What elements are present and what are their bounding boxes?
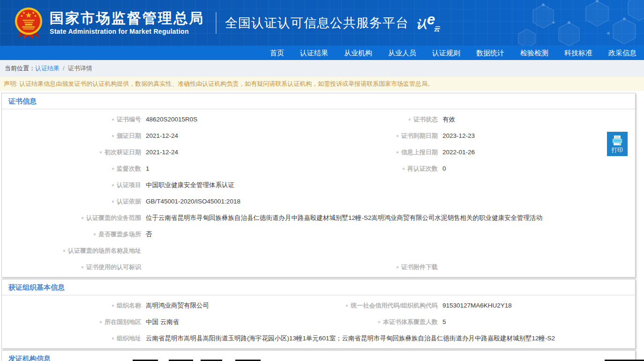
bullet-icon <box>100 151 102 153</box>
field-label-cell: 认证依据 <box>2 197 146 206</box>
status-badge: 有效 <box>442 115 635 124</box>
field-label: 是否覆盖多场所 <box>98 230 141 239</box>
bullet-icon <box>112 305 114 307</box>
printer-icon <box>611 135 623 146</box>
field-label: 再认证次数 <box>407 165 438 173</box>
field-label: 证书编号 <box>117 115 141 124</box>
section-cert-info: 证书信息 证书编号 48620S20015R0S 证书状态 有效 颁证日期 20… <box>1 93 636 278</box>
field-label: 认证项目 <box>117 181 141 189</box>
field-label-cell: 统一社会信用代码/组织机构代码 <box>302 301 442 310</box>
breadcrumb-link-cert-results[interactable]: 认证结果 <box>35 65 60 72</box>
field-row: 监督次数 1 再认证次数 0 <box>2 160 635 177</box>
banner-divider <box>216 12 217 34</box>
bullet-icon <box>63 250 65 252</box>
field-label-cell: 组织名称 <box>2 301 146 310</box>
field-value: 2022-01-26 <box>442 149 635 156</box>
bullet-icon <box>397 266 398 268</box>
field-label: 认证覆盖的业务范围 <box>86 214 141 222</box>
field-value: 嵩明鸿业商贸有限公司 <box>146 301 302 310</box>
field-label-cell: 本证书体系覆盖人数 <box>302 318 442 326</box>
bullet-icon <box>397 135 398 137</box>
bullet-icon <box>100 321 102 323</box>
field-label-cell: 初次获证日期 <box>2 148 146 157</box>
nav-item-home[interactable]: 首页 <box>270 49 284 58</box>
bullet-icon <box>378 321 380 323</box>
field-value: 5 <box>442 318 635 325</box>
platform-title: 全国认证认可信息公共服务平台 <box>225 15 409 31</box>
china-national-emblem <box>14 7 43 39</box>
field-label-cell: 所在国别地区 <box>2 318 146 326</box>
field-row: 认证覆盖的业务范围 位于云南省昆明市寻甸回族彝族自治县仁德街道办月中路嘉殴建材城… <box>2 210 635 226</box>
field-label-cell: 信息上报日期 <box>302 148 442 157</box>
field-value: 中国职业健康安全管理体系认证 <box>146 181 635 189</box>
field-label-cell: 认证覆盖的场所名称及地址 <box>2 247 146 255</box>
nav-item-procurement[interactable]: 政采信息 <box>608 49 637 58</box>
field-label-cell: 组织地址 <box>2 334 146 343</box>
bullet-icon <box>409 119 411 120</box>
field-row: 初次获证日期 2021-12-24 信息上报日期 2022-01-26 <box>2 144 635 160</box>
breadcrumb-current: 证书详情 <box>68 65 92 72</box>
field-label: 证书状态 <box>413 115 438 124</box>
section-title-cert-info: 证书信息 <box>8 97 629 106</box>
field-value: 91530127MA6KHU2Y18 <box>442 302 635 309</box>
bullet-icon <box>112 119 114 120</box>
field-row: 所在国别地区 中国 云南省 本证书体系覆盖人数 5 <box>2 314 635 330</box>
field-value: 0 <box>442 165 635 172</box>
field-label-cell: 监督次数 <box>2 165 146 173</box>
field-row: 组织名称 嵩明鸿业商贸有限公司 统一社会信用代码/组织机构代码 91530127… <box>2 297 635 314</box>
field-label-cell: 证书附件下载 <box>302 263 442 271</box>
breadcrumb-prefix: 当前位置： <box>5 65 35 72</box>
section-org-info: 获证组织基本信息 组织名称 嵩明鸿业商贸有限公司 统一社会信用代码/组织机构代码… <box>1 279 636 349</box>
nav-item-cert-results[interactable]: 认证结果 <box>300 49 328 58</box>
field-label: 证书使用的认可标识 <box>86 263 141 271</box>
bullet-icon <box>112 135 114 137</box>
field-row: 证书使用的认可标识 证书附件下载 <box>2 259 635 275</box>
field-label: 组织地址 <box>117 334 141 343</box>
field-label-cell: 认证项目 <box>2 181 146 189</box>
field-label-cell: 颁证日期 <box>2 132 146 140</box>
cert-fields: 证书编号 48620S20015R0S 证书状态 有效 颁证日期 2021-12… <box>2 109 635 277</box>
nav-item-agencies[interactable]: 从业机构 <box>344 49 372 58</box>
bullet-icon <box>82 217 83 219</box>
bullet-icon <box>112 201 114 203</box>
bullet-icon <box>403 168 404 170</box>
org-subtitle: State Administration for Market Regulati… <box>50 28 204 35</box>
section-head: 证书信息 <box>2 93 635 109</box>
print-button[interactable]: 打印 <box>607 132 628 156</box>
bullet-icon <box>82 266 83 268</box>
field-value: 中国 云南省 <box>146 318 302 326</box>
field-label: 初次获证日期 <box>105 148 141 157</box>
breadcrumb: 当前位置：认证结果/证书详情 <box>0 60 644 77</box>
section-title-org-info: 获证组织基本信息 <box>8 283 629 292</box>
field-label-cell: 证书到期日期 <box>302 132 442 140</box>
field-row: 证书编号 48620S20015R0S 证书状态 有效 <box>2 111 635 128</box>
field-label: 本证书体系覆盖人数 <box>383 318 438 326</box>
field-label: 统一社会信用代码/组织机构代码 <box>351 301 438 310</box>
field-row: 认证依据 GB/T45001-2020/ISO45001:2018 <box>2 193 635 210</box>
field-value: 1 <box>146 165 302 172</box>
field-value: 2021-12-24 <box>146 132 302 139</box>
nav-item-inspection[interactable]: 检验检测 <box>520 49 548 58</box>
field-label: 证书附件下载 <box>401 263 438 271</box>
nav-item-cert-rules[interactable]: 认证规则 <box>432 49 460 58</box>
nav-item-statistics[interactable]: 数据统计 <box>476 49 504 58</box>
nav-item-practitioners[interactable]: 从业人员 <box>388 49 416 58</box>
field-row: 认证项目 中国职业健康安全管理体系认证 <box>2 177 635 193</box>
print-button-label: 打印 <box>612 147 623 153</box>
field-value: 2023-12-23 <box>442 132 635 139</box>
bullet-icon <box>112 184 114 186</box>
section-head: 获证组织基本信息 <box>2 279 635 295</box>
bullet-icon <box>397 151 398 153</box>
field-label: 所在国别地区 <box>105 318 141 326</box>
org-title-block: 国家市场监督管理总局 State Administration for Mark… <box>50 11 204 36</box>
org-fields: 组织名称 嵩明鸿业商贸有限公司 统一社会信用代码/组织机构代码 91530127… <box>2 295 635 348</box>
disclaimer-notice: 声明: 认证结果信息由颁发证书的认证机构提供，数据的真实性、准确性由认证机构负责… <box>0 77 644 91</box>
nav-item-tech-standards[interactable]: 科技标准 <box>564 49 592 58</box>
ren-e-yun-logo: 认e云 <box>416 15 441 31</box>
field-value: 否 <box>146 230 635 239</box>
field-label-cell: 证书编号 <box>2 115 146 124</box>
site-banner: 国家市场监督管理总局 State Administration for Mark… <box>0 0 644 46</box>
field-value: 2021-12-24 <box>146 149 302 156</box>
field-row: 认证覆盖的场所名称及地址 <box>2 242 635 259</box>
field-label: 颁证日期 <box>117 132 141 140</box>
